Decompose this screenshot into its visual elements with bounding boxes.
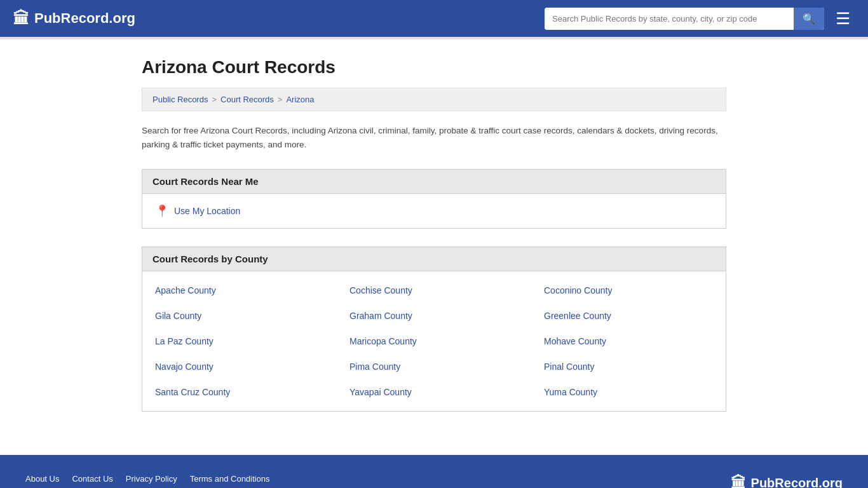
county-cell-pinal: Pinal County bbox=[531, 354, 726, 379]
footer-left: About Us Contact Us Privacy Policy Terms… bbox=[25, 474, 432, 488]
county-link-yavapai[interactable]: Yavapai County bbox=[349, 387, 412, 397]
logo-text: PubRecord.org bbox=[34, 10, 135, 27]
footer-logo: 🏛 PubRecord.org bbox=[731, 474, 843, 488]
footer-nav: About Us Contact Us Privacy Policy Terms… bbox=[25, 474, 432, 484]
county-link-pima[interactable]: Pima County bbox=[349, 362, 400, 372]
county-cell-mohave: Mohave County bbox=[531, 329, 726, 354]
breadcrumb-court-records[interactable]: Court Records bbox=[220, 95, 274, 104]
near-me-section-header: Court Records Near Me bbox=[142, 169, 726, 194]
county-link-santacruz[interactable]: Santa Cruz County bbox=[155, 387, 230, 397]
county-link-lapaz[interactable]: La Paz County bbox=[155, 336, 214, 346]
location-pin-icon: 📍 bbox=[155, 204, 169, 218]
county-link-gila[interactable]: Gila County bbox=[155, 311, 201, 321]
breadcrumb-sep-1: > bbox=[212, 95, 217, 104]
county-cell-maricopa: Maricopa County bbox=[337, 329, 531, 354]
footer-link-contact[interactable]: Contact Us bbox=[72, 474, 112, 484]
search-button[interactable]: 🔍 bbox=[794, 8, 824, 30]
footer-logo-icon: 🏛 bbox=[731, 474, 746, 488]
breadcrumb-sep-2: > bbox=[278, 95, 283, 104]
site-footer: About Us Contact Us Privacy Policy Terms… bbox=[0, 455, 868, 488]
county-cell-yavapai: Yavapai County bbox=[337, 379, 531, 405]
footer-link-about[interactable]: About Us bbox=[25, 474, 59, 484]
county-cell-navajo: Navajo County bbox=[142, 354, 337, 379]
breadcrumb-arizona[interactable]: Arizona bbox=[286, 95, 314, 104]
footer-link-privacy[interactable]: Privacy Policy bbox=[126, 474, 177, 484]
county-link-yuma[interactable]: Yuma County bbox=[544, 387, 597, 397]
site-logo[interactable]: 🏛 PubRecord.org bbox=[13, 9, 135, 29]
page-description: Search for free Arizona Court Records, i… bbox=[142, 124, 726, 151]
county-cell-coconino: Coconino County bbox=[531, 278, 726, 303]
county-cell-greenlee: Greenlee County bbox=[531, 303, 726, 329]
county-cell-cochise: Cochise County bbox=[337, 278, 531, 303]
county-cell-santacruz: Santa Cruz County bbox=[142, 379, 337, 405]
search-bar: 🔍 bbox=[545, 8, 824, 30]
county-link-graham[interactable]: Graham County bbox=[349, 311, 412, 321]
county-link-navajo[interactable]: Navajo County bbox=[155, 362, 214, 372]
search-input[interactable] bbox=[545, 9, 794, 29]
county-link-cochise[interactable]: Cochise County bbox=[349, 285, 412, 295]
footer-link-terms[interactable]: Terms and Conditions bbox=[190, 474, 270, 484]
county-cell-lapaz: La Paz County bbox=[142, 329, 337, 354]
county-link-greenlee[interactable]: Greenlee County bbox=[544, 311, 611, 321]
county-link-apache[interactable]: Apache County bbox=[155, 285, 216, 295]
breadcrumb-public-records[interactable]: Public Records bbox=[153, 95, 208, 104]
main-content: Arizona Court Records Public Records > C… bbox=[129, 39, 739, 455]
use-my-location-label: Use My Location bbox=[174, 206, 240, 216]
county-cell-apache: Apache County bbox=[142, 278, 337, 303]
near-me-section: 📍 Use My Location bbox=[142, 194, 726, 229]
county-cell-gila: Gila County bbox=[142, 303, 337, 329]
county-link-mohave[interactable]: Mohave County bbox=[544, 336, 606, 346]
footer-logo-text: PubRecord.org bbox=[751, 476, 843, 488]
county-section: Apache County Cochise County Coconino Co… bbox=[142, 271, 726, 412]
hamburger-menu-button[interactable]: ☰ bbox=[831, 8, 855, 29]
county-link-coconino[interactable]: Coconino County bbox=[544, 285, 612, 295]
county-link-maricopa[interactable]: Maricopa County bbox=[349, 336, 417, 346]
county-link-pinal[interactable]: Pinal County bbox=[544, 362, 594, 372]
breadcrumb: Public Records > Court Records > Arizona bbox=[142, 88, 726, 111]
county-cell-pima: Pima County bbox=[337, 354, 531, 379]
county-cell-graham: Graham County bbox=[337, 303, 531, 329]
page-title: Arizona Court Records bbox=[142, 57, 726, 78]
county-grid: Apache County Cochise County Coconino Co… bbox=[142, 271, 726, 411]
county-cell-yuma: Yuma County bbox=[531, 379, 726, 405]
use-my-location-row[interactable]: 📍 Use My Location bbox=[155, 204, 713, 218]
header-right: 🔍 ☰ bbox=[545, 8, 855, 30]
county-section-header: Court Records by County bbox=[142, 247, 726, 271]
site-header: 🏛 PubRecord.org 🔍 ☰ bbox=[0, 0, 868, 37]
logo-icon: 🏛 bbox=[13, 9, 29, 29]
